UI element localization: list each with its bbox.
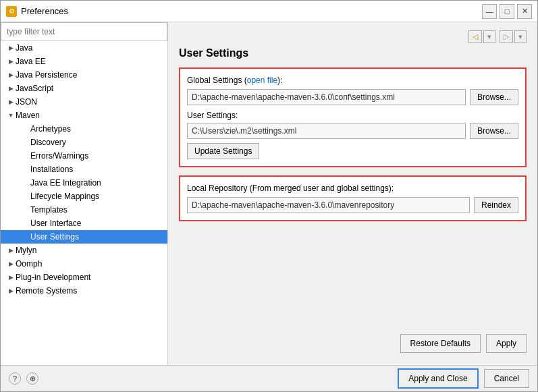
chevron-right-icon: ▶ bbox=[6, 260, 16, 267]
global-settings-section: Global Settings (open file): Browse... U… bbox=[179, 67, 527, 167]
nav-row: ◁ ▾ ▷ ▾ bbox=[179, 30, 527, 43]
maximize-button[interactable]: □ bbox=[500, 4, 514, 19]
user-settings-label: User Settings: bbox=[187, 111, 518, 120]
sidebar-item-errors-warnings[interactable]: Errors/Warnings bbox=[1, 149, 167, 163]
sidebar-item-oomph[interactable]: ▶ Oomph bbox=[1, 257, 167, 271]
close-button[interactable]: ✕ bbox=[517, 4, 532, 19]
user-settings-input-row: Browse... bbox=[187, 123, 518, 139]
local-repo-input[interactable] bbox=[187, 197, 470, 213]
right-panel: ◁ ▾ ▷ ▾ User Settings Global Settings (o… bbox=[168, 22, 537, 365]
main-content: ▶ Java ▶ Java EE ▶ Java Persistence ▶ Ja… bbox=[1, 22, 537, 365]
restore-defaults-button[interactable]: Restore Defaults bbox=[400, 334, 481, 353]
update-settings-button[interactable]: Update Settings bbox=[187, 143, 259, 159]
sidebar: ▶ Java ▶ Java EE ▶ Java Persistence ▶ Ja… bbox=[1, 22, 168, 365]
chevron-right-icon: ▶ bbox=[6, 72, 16, 78]
sidebar-item-templates[interactable]: Templates bbox=[1, 203, 167, 217]
restore-apply-row: Restore Defaults Apply bbox=[179, 334, 527, 353]
back-dropdown-button[interactable]: ▾ bbox=[483, 30, 495, 43]
global-settings-label: Global Settings (open file): bbox=[187, 76, 518, 85]
filter-input[interactable] bbox=[1, 22, 167, 41]
help-icon[interactable]: ? bbox=[9, 372, 21, 385]
sidebar-item-java-ee-integration[interactable]: Java EE Integration bbox=[1, 176, 167, 190]
chevron-right-icon: ▶ bbox=[6, 247, 16, 254]
global-settings-browse-button[interactable]: Browse... bbox=[470, 89, 518, 105]
title-bar-left: ⚙ Preferences bbox=[6, 6, 68, 17]
chevron-down-icon: ▼ bbox=[6, 112, 16, 119]
sidebar-item-user-settings[interactable]: User Settings bbox=[1, 230, 167, 244]
apply-button[interactable]: Apply bbox=[486, 334, 527, 353]
reindex-button[interactable]: Reindex bbox=[474, 197, 518, 213]
global-settings-input-row: Browse... bbox=[187, 89, 518, 105]
local-repo-input-row: Reindex bbox=[187, 197, 518, 213]
sidebar-item-java-persistence[interactable]: ▶ Java Persistence bbox=[1, 68, 167, 82]
sidebar-item-json[interactable]: ▶ JSON bbox=[1, 95, 167, 109]
app-icon: ⚙ bbox=[6, 6, 17, 17]
sidebar-item-lifecycle-mappings[interactable]: Lifecycle Mappings bbox=[1, 190, 167, 203]
sidebar-item-user-interface[interactable]: User Interface bbox=[1, 217, 167, 230]
preferences-window: ⚙ Preferences — □ ✕ ▶ Java ▶ Java EE bbox=[0, 0, 538, 392]
panel-title: User Settings bbox=[179, 47, 527, 59]
open-file-link[interactable]: open file bbox=[247, 76, 277, 85]
settings-icon[interactable]: ⊕ bbox=[26, 372, 38, 385]
chevron-right-icon: ▶ bbox=[6, 99, 16, 105]
title-bar: ⚙ Preferences — □ ✕ bbox=[1, 1, 537, 22]
update-settings-row: Update Settings bbox=[187, 143, 518, 159]
title-bar-controls: — □ ✕ bbox=[482, 4, 532, 19]
sidebar-item-archetypes[interactable]: Archetypes bbox=[1, 122, 167, 136]
user-settings-row: User Settings: Browse... Update Settings bbox=[187, 111, 518, 159]
sidebar-item-java[interactable]: ▶ Java bbox=[1, 41, 167, 55]
chevron-right-icon: ▶ bbox=[6, 287, 16, 294]
window-title: Preferences bbox=[21, 6, 68, 16]
sidebar-item-javascript[interactable]: ▶ JavaScript bbox=[1, 82, 167, 95]
sidebar-item-remote-systems[interactable]: ▶ Remote Systems bbox=[1, 284, 167, 298]
sidebar-item-installations[interactable]: Installations bbox=[1, 163, 167, 176]
forward-button[interactable]: ▷ bbox=[500, 30, 513, 43]
nav-arrows: ◁ ▾ ▷ ▾ bbox=[468, 30, 527, 43]
user-settings-browse-button[interactable]: Browse... bbox=[470, 123, 518, 139]
sidebar-item-discovery[interactable]: Discovery bbox=[1, 136, 167, 149]
apply-and-close-button[interactable]: Apply and Close bbox=[398, 368, 478, 389]
chevron-right-icon: ▶ bbox=[6, 58, 16, 65]
footer-bar: ? ⊕ Apply and Close Cancel bbox=[1, 365, 537, 391]
sidebar-item-plug-in-development[interactable]: ▶ Plug-in Development bbox=[1, 271, 167, 284]
forward-dropdown-button[interactable]: ▾ bbox=[514, 30, 527, 43]
local-repo-label: Local Repository (From merged user and g… bbox=[187, 184, 518, 193]
user-settings-input[interactable] bbox=[187, 123, 466, 139]
local-repo-section: Local Repository (From merged user and g… bbox=[179, 175, 527, 221]
tree-area: ▶ Java ▶ Java EE ▶ Java Persistence ▶ Ja… bbox=[1, 41, 167, 365]
chevron-right-icon: ▶ bbox=[6, 45, 16, 51]
global-settings-input[interactable] bbox=[187, 89, 466, 105]
sidebar-item-mylyn[interactable]: ▶ Mylyn bbox=[1, 244, 167, 257]
sidebar-item-maven[interactable]: ▼ Maven bbox=[1, 109, 167, 122]
cancel-button[interactable]: Cancel bbox=[484, 369, 529, 388]
chevron-right-icon: ▶ bbox=[6, 85, 16, 92]
chevron-right-icon: ▶ bbox=[6, 274, 16, 281]
back-button[interactable]: ◁ bbox=[468, 30, 482, 43]
minimize-button[interactable]: — bbox=[482, 4, 497, 19]
sidebar-item-java-ee[interactable]: ▶ Java EE bbox=[1, 55, 167, 68]
